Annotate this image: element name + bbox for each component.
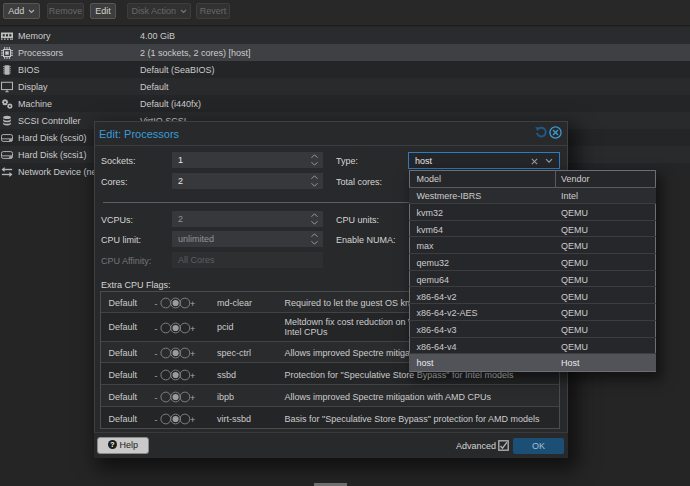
svg-text:+: + bbox=[190, 349, 195, 359]
svg-text:?: ? bbox=[110, 441, 114, 448]
svg-text:+: + bbox=[190, 299, 195, 309]
svg-text:+: + bbox=[190, 370, 195, 380]
svg-text:-: - bbox=[155, 324, 158, 334]
svg-text:+: + bbox=[190, 324, 195, 334]
svg-text:+: + bbox=[190, 414, 195, 424]
svg-text:-: - bbox=[155, 299, 158, 309]
svg-text:-: - bbox=[155, 370, 158, 380]
svg-text:+: + bbox=[190, 392, 195, 402]
svg-text:-: - bbox=[155, 392, 158, 402]
svg-text:-: - bbox=[155, 349, 158, 359]
svg-text:-: - bbox=[155, 414, 158, 424]
